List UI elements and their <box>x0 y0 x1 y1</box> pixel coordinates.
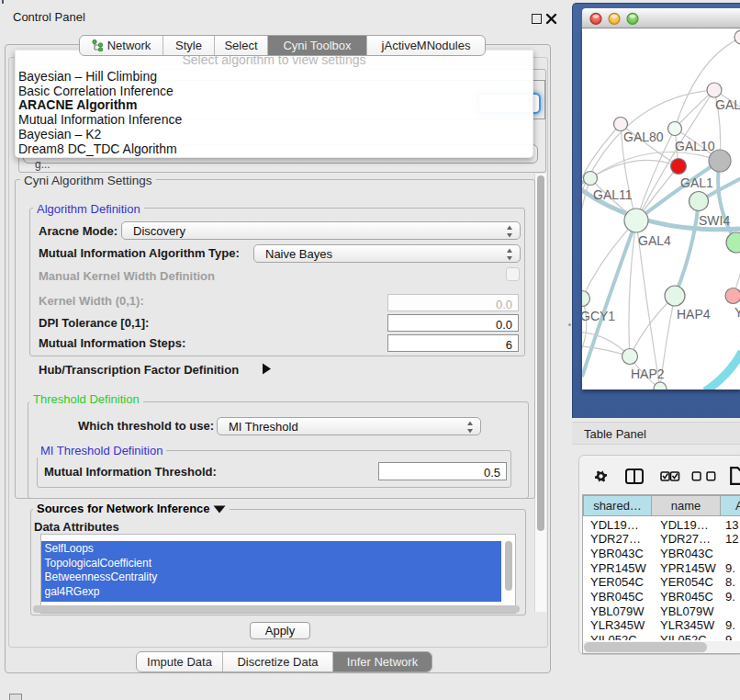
svg-text:GAL11: GAL11 <box>593 187 633 202</box>
svg-text:GAL2: GAL2 <box>715 97 740 112</box>
svg-text:GAL1: GAL1 <box>680 175 713 190</box>
svg-text:GAL4: GAL4 <box>638 233 671 248</box>
svg-text:SWI4: SWI4 <box>699 213 730 228</box>
svg-text:HAP4: HAP4 <box>677 307 711 322</box>
svg-text:YM: YM <box>734 305 740 320</box>
svg-text:GCY1: GCY1 <box>582 309 615 323</box>
svg-text:GAL80: GAL80 <box>623 130 664 144</box>
svg-text:HAP2: HAP2 <box>631 367 665 381</box>
svg-text:GAL10: GAL10 <box>675 139 715 153</box>
